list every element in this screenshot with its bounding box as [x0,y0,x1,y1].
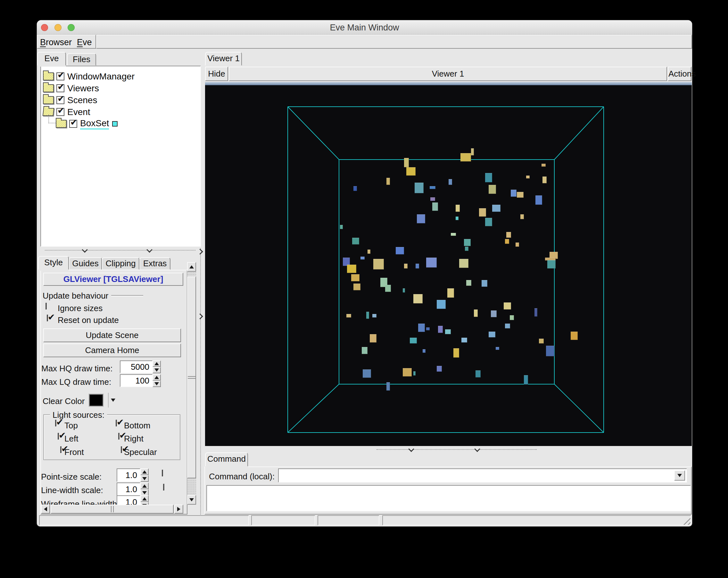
tree-item-label[interactable]: WindowManager [67,72,135,82]
spin-down-icon[interactable] [153,380,161,387]
expand-right-icon[interactable] [197,248,203,255]
max-lq-input[interactable]: 100 [120,374,153,387]
gl-box [535,308,537,317]
gl-box [346,314,351,317]
glviewer-button[interactable]: GLViewer [TGLSAViewer] [43,273,183,286]
point-size-override-checkbox[interactable] [162,470,163,476]
expand-right-icon[interactable] [197,313,203,319]
gl-box [363,369,371,378]
tree-item-label[interactable]: Scenes [67,95,97,105]
tab-extras[interactable]: Extras [139,257,171,270]
spin-up-icon[interactable] [140,468,149,475]
light-bottom-checkbox[interactable]: ✔ [116,420,117,426]
tree-item-label[interactable]: Viewers [67,83,99,94]
gl-box [461,338,467,342]
tree-checkbox[interactable]: ✔ [56,84,64,92]
column-splitter[interactable] [198,248,204,515]
tree-row-windowmanager[interactable]: ✔ WindowManager [43,71,135,82]
spin-up-icon[interactable] [153,361,161,367]
max-hq-stepper[interactable] [153,361,161,373]
vscrollbar-thumb[interactable] [187,277,196,478]
reset-on-update-checkbox[interactable]: ✔ [47,315,48,321]
point-size-stepper[interactable] [140,468,149,482]
gl-box [547,260,555,268]
collapse-down-icon[interactable] [474,446,480,452]
menu-eve[interactable]: Eve [77,37,92,47]
menu-bar: Browser Eve [37,34,692,49]
ignore-sizes-checkbox[interactable] [46,303,47,310]
boxset-color-marker[interactable] [112,121,118,127]
update-scene-button[interactable]: Update Scene [43,329,181,342]
light-right-checkbox[interactable]: ✔ [118,433,120,440]
tab-clipping[interactable]: Clipping [102,257,139,270]
line-width-input[interactable]: 1.0 [116,482,140,496]
folder-icon [56,120,67,128]
scroll-right-icon[interactable] [174,505,183,514]
scroll-up-icon[interactable] [187,262,196,272]
gl-box [430,198,435,201]
command-local-label: Command (local): [209,472,275,481]
tree-row-boxset[interactable]: ✔ BoxSet [56,118,118,130]
eve-tree[interactable]: ✔ WindowManager ✔ Viewers ✔ Scenes ✔ Eve… [41,66,201,247]
gl-box [475,370,480,377]
camera-home-button[interactable]: Camera Home [43,343,181,357]
gl-box [471,148,474,155]
tree-row-event[interactable]: ✔ Event [43,106,90,118]
actions-button[interactable]: Actions [668,67,692,81]
tree-checkbox[interactable]: ✔ [56,108,64,116]
collapse-down-icon[interactable] [408,446,414,452]
hide-button[interactable]: Hide [205,67,228,81]
spin-up-icon[interactable] [153,374,161,380]
tab-files[interactable]: Files [67,53,96,66]
command-output-textarea[interactable] [206,485,691,511]
light-front-checkbox[interactable]: ✔ [60,446,61,453]
gl-box [482,280,487,287]
point-size-input[interactable]: 1.0 [116,468,140,482]
collapse-up-icon[interactable] [82,247,87,253]
tab-guides[interactable]: Guides [69,257,102,270]
spin-up-icon[interactable] [140,495,149,502]
tab-eve[interactable]: Eve [37,52,66,66]
light-top-checkbox[interactable]: ✔ [55,420,56,426]
line-width-stepper[interactable] [140,482,149,496]
tree-item-label[interactable]: Event [67,107,90,117]
tab-command[interactable]: Command [205,452,248,467]
max-lq-stepper[interactable] [153,374,161,387]
spin-down-icon[interactable] [140,489,149,496]
folder-icon [43,84,54,92]
menu-browser[interactable]: Browser [40,37,72,47]
line-width-override-checkbox[interactable] [163,484,164,491]
collapse-up-icon[interactable] [147,247,152,253]
tree-row-viewers[interactable]: ✔ Viewers [43,82,99,94]
menu-bar-spacer [96,34,692,49]
light-left-checkbox[interactable]: ✔ [58,433,59,440]
gl-viewport[interactable] [205,85,692,446]
command-combobox[interactable] [278,468,687,482]
spin-down-icon[interactable] [140,475,149,482]
tree-panel-splitter[interactable] [45,248,196,253]
gl-box [506,232,511,238]
title-bar[interactable]: Eve Main Window [37,20,692,34]
style-panel-hscrollbar[interactable] [41,505,183,514]
hscrollbar-thumb[interactable] [51,505,174,514]
clear-color-dropdown-icon[interactable] [111,399,115,402]
light-specular-checkbox[interactable]: ✔ [121,446,122,453]
spin-down-icon[interactable] [153,367,161,373]
tree-checkbox[interactable]: ✔ [69,120,77,128]
tree-row-scenes[interactable]: ✔ Scenes [43,94,97,106]
tab-viewer-1[interactable]: Viewer 1 [205,52,242,66]
tab-style[interactable]: Style [38,256,69,270]
gl-box [496,347,499,350]
tree-checkbox[interactable]: ✔ [56,72,64,80]
style-panel-vscrollbar[interactable] [187,262,196,505]
tree-item-label-selected[interactable]: BoxSet [80,118,109,129]
combobox-dropdown-icon[interactable] [674,470,685,481]
viewer-command-splitter[interactable] [376,447,537,452]
viewer-title-bar[interactable]: Viewer 1 [229,67,667,81]
scroll-left-icon[interactable] [41,505,50,514]
tree-checkbox[interactable]: ✔ [56,96,64,104]
clear-color-swatch[interactable] [89,394,103,406]
max-hq-input[interactable]: 5000 [120,361,153,373]
spin-up-icon[interactable] [140,482,149,489]
scroll-down-icon[interactable] [187,495,196,505]
